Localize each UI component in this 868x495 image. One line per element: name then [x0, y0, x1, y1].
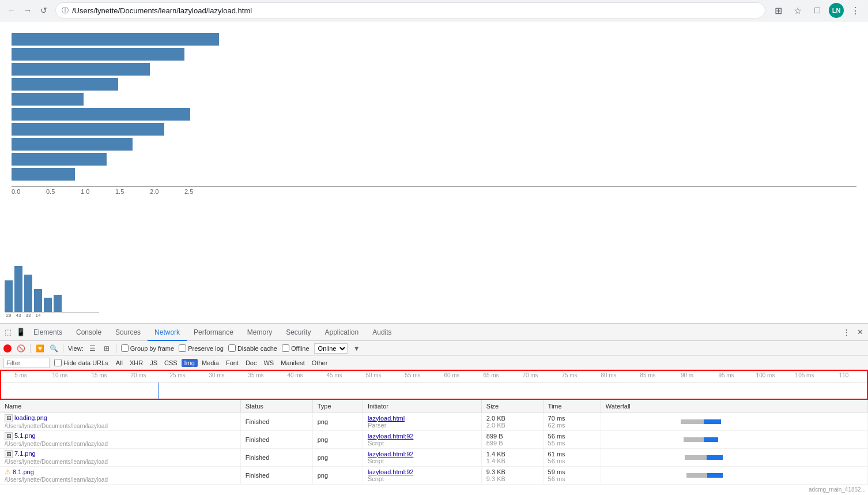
devtools-tab-application[interactable]: Application [318, 324, 366, 341]
timeline-content[interactable] [1, 382, 867, 400]
small-chart-bar-label: 43 [14, 313, 22, 318]
network-table: NameStatusTypeInitiatorSizeTimeWaterfall… [0, 400, 868, 485]
resource-name[interactable]: 7.1.png [14, 450, 36, 457]
group-by-frame-checkbox[interactable] [121, 344, 129, 352]
disable-cache-label[interactable]: Disable cache [228, 344, 277, 352]
devtools-tab-security[interactable]: Security [279, 324, 318, 341]
search-icon[interactable]: 🔍 [49, 344, 58, 353]
inspect-icon[interactable]: ⬚ [2, 327, 14, 338]
hide-data-urls-checkbox[interactable] [54, 359, 62, 366]
dropdown-icon[interactable]: ▼ [352, 344, 361, 353]
address-bar[interactable]: ⓘ /Users/lynette/Documents/learn/lazyloa… [55, 2, 765, 18]
devtools-tab-memory[interactable]: Memory [240, 324, 279, 341]
resource-path: /Users/lynette/Documents/learn/lazyload [5, 459, 108, 465]
table-header-type[interactable]: Type [312, 400, 363, 412]
table-header-time[interactable]: Time [543, 400, 601, 412]
ruler-mark: 65 ms [471, 372, 511, 378]
offline-label[interactable]: Offline [282, 344, 310, 352]
ruler-mark: 15 ms [80, 372, 119, 378]
preserve-log-label[interactable]: Preserve log [179, 344, 224, 352]
resource-name[interactable]: loading.png [14, 414, 47, 421]
devtools-close-icon[interactable]: ✕ [854, 327, 866, 338]
record-button[interactable] [3, 344, 12, 352]
table-row[interactable]: 🖼loading.png/Users/lynette/Documents/lea… [0, 412, 868, 430]
type-filter-xhr[interactable]: XHR [127, 359, 146, 367]
back-button[interactable]: ← [5, 3, 18, 17]
ruler-mark: 55 ms [393, 372, 432, 378]
filter-icon[interactable]: 🔽 [35, 344, 44, 353]
table-row[interactable]: 🖼7.1.png/Users/lynette/Documents/learn/l… [0, 448, 868, 466]
ruler-mark: 85 ms [628, 372, 667, 378]
chart-bar [12, 93, 84, 106]
extension-button[interactable]: □ [809, 2, 825, 18]
filter-input[interactable] [3, 358, 50, 368]
translate-button[interactable]: ⊞ [770, 2, 786, 18]
table-cell-size: 1.4 KB1.4 KB [481, 448, 543, 466]
devtools-tab-network[interactable]: Network [148, 324, 187, 341]
waterfall-bar [606, 472, 721, 478]
resource-name[interactable]: 8.1.png [13, 468, 34, 475]
bookmark-button[interactable]: ☆ [790, 2, 806, 18]
devtools-tab-console[interactable]: Console [69, 324, 108, 341]
ruler-mark: 25 ms [158, 372, 197, 378]
initiator-link[interactable]: lazyload.html:92 [368, 468, 414, 475]
list-view-icon[interactable]: ☰ [88, 344, 97, 353]
type-filter-font[interactable]: Font [223, 359, 241, 367]
table-row[interactable]: 🖼5.1.png/Users/lynette/Documents/learn/l… [0, 430, 868, 448]
hide-data-urls-label[interactable]: Hide data URLs [54, 359, 108, 366]
small-chart: 29433314 [0, 266, 104, 324]
preserve-log-checkbox[interactable] [179, 344, 186, 352]
resource-name[interactable]: 5.1.png [14, 432, 36, 439]
avatar[interactable]: LN [829, 3, 844, 18]
type-filter-media[interactable]: Media [199, 359, 222, 367]
group-by-frame-label[interactable]: Group by frame [121, 344, 174, 352]
initiator-link[interactable]: lazyload.html [368, 415, 405, 422]
chart-bar [12, 63, 150, 76]
devtools-panel: ⬚ 📱 ElementsConsoleSourcesNetworkPerform… [0, 323, 868, 495]
menu-button[interactable]: ⋮ [847, 2, 863, 18]
type-filter-manifest[interactable]: Manifest [278, 359, 308, 367]
type-filter-css[interactable]: CSS [161, 359, 180, 367]
table-row[interactable]: ⚠ 8.1.png/Users/lynette/Documents/learn/… [0, 466, 868, 484]
online-select[interactable]: Online [314, 343, 348, 354]
network-table-container[interactable]: NameStatusTypeInitiatorSizeTimeWaterfall… [0, 400, 868, 495]
ruler-mark: 40 ms [276, 372, 315, 378]
devtools-tab-elements[interactable]: Elements [27, 324, 69, 341]
table-header-waterfall[interactable]: Waterfall [601, 400, 867, 412]
large-view-icon[interactable]: ⊞ [102, 344, 111, 353]
clear-icon[interactable]: 🚫 [16, 344, 25, 353]
chart-area: 0.00.51.01.52.02.5 [0, 21, 868, 195]
table-header-status[interactable]: Status [240, 400, 312, 412]
disable-cache-checkbox[interactable] [228, 344, 236, 352]
offline-checkbox[interactable] [282, 344, 289, 352]
table-header-size[interactable]: Size [481, 400, 543, 412]
small-chart-bar-label [44, 313, 52, 318]
type-filter-all[interactable]: All [113, 359, 126, 367]
view-label: View: [68, 345, 84, 352]
devtools-tab-audits[interactable]: Audits [365, 324, 398, 341]
table-header-name[interactable]: Name [0, 400, 240, 412]
devtools-more-icon[interactable]: ⋮ [840, 327, 852, 338]
table-header-initiator[interactable]: Initiator [363, 400, 481, 412]
ruler-mark: 105 ms [785, 372, 824, 378]
separator3 [116, 344, 116, 353]
initiator-link[interactable]: lazyload.html:92 [368, 433, 414, 440]
chart-bar [12, 168, 75, 181]
devtools-tab-sources[interactable]: Sources [108, 324, 148, 341]
device-icon[interactable]: 📱 [15, 327, 27, 338]
devtools-tab-performance[interactable]: Performance [187, 324, 240, 341]
type-filter-other[interactable]: Other [309, 359, 331, 367]
type-filter-ws[interactable]: WS [261, 359, 277, 367]
type-filter-img[interactable]: Img [182, 359, 198, 367]
type-filter-buttons: AllXHRJSCSSImgMediaFontDocWSManifestOthe… [113, 359, 331, 367]
ruler-mark: 110 [824, 372, 863, 378]
type-filter-doc[interactable]: Doc [243, 359, 260, 367]
type-filter-js[interactable]: JS [147, 359, 160, 367]
table-cell-status: Finished [240, 430, 312, 448]
initiator-link[interactable]: lazyload.html:92 [368, 451, 414, 457]
forward-button[interactable]: → [21, 3, 35, 17]
browser-chrome: ← → ↺ ⓘ /Users/lynette/Documents/learn/l… [0, 0, 868, 21]
small-chart-bar [34, 289, 42, 312]
ruler-mark: 60 ms [432, 372, 471, 378]
reload-button[interactable]: ↺ [37, 3, 51, 17]
